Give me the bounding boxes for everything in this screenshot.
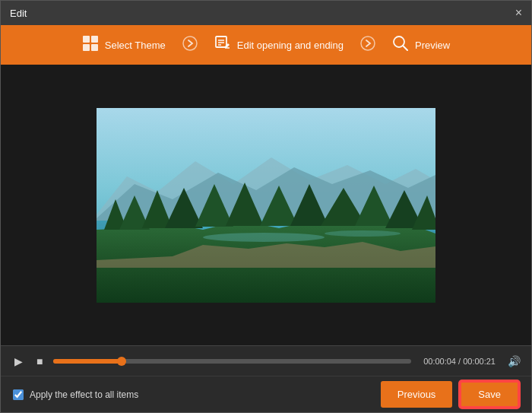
step-label-preview: Preview xyxy=(415,40,450,51)
step-label-edit: Edit opening and ending xyxy=(237,40,344,51)
time-separator: / xyxy=(456,357,463,366)
svg-line-12 xyxy=(403,46,407,50)
previous-button[interactable]: Previous xyxy=(381,381,453,408)
step-bar: Select Theme Edit opening and ending xyxy=(1,25,531,65)
close-button[interactable]: × xyxy=(515,7,522,19)
edit-window: Edit × Select Theme xyxy=(0,0,532,413)
stop-button[interactable]: ■ xyxy=(33,354,46,369)
svg-rect-5 xyxy=(216,37,226,47)
step-edit-opening[interactable]: Edit opening and ending xyxy=(201,35,357,56)
window-title: Edit xyxy=(10,8,27,19)
preview-icon xyxy=(392,35,409,56)
progress-bar[interactable] xyxy=(53,359,411,364)
progress-thumb xyxy=(117,357,126,366)
checkbox-text: Apply the effect to all items xyxy=(30,389,138,400)
step-preview[interactable]: Preview xyxy=(378,35,464,56)
svg-point-4 xyxy=(183,37,197,50)
time-total: 00:00:21 xyxy=(463,357,496,366)
svg-point-10 xyxy=(361,37,375,50)
apply-checkbox-label[interactable]: Apply the effect to all items xyxy=(13,389,138,400)
theme-icon xyxy=(82,35,99,56)
arrow-icon-1 xyxy=(182,36,198,55)
play-button[interactable]: ▶ xyxy=(11,354,26,369)
svg-rect-0 xyxy=(83,36,90,43)
step-select-theme[interactable]: Select Theme xyxy=(68,35,179,56)
controls-bar: ▶ ■ 00:00:04 / 00:00:21 🔊 xyxy=(1,345,531,376)
video-area xyxy=(1,65,531,345)
svg-point-32 xyxy=(203,233,325,242)
volume-icon[interactable]: 🔊 xyxy=(508,355,521,367)
time-display: 00:00:04 / 00:00:21 xyxy=(423,357,496,366)
title-bar: Edit × xyxy=(1,1,531,25)
edit-icon xyxy=(214,35,231,56)
arrow-icon-2 xyxy=(360,36,375,55)
bottom-bar: Apply the effect to all items Previous S… xyxy=(1,376,531,412)
video-preview xyxy=(97,108,435,303)
svg-point-33 xyxy=(325,230,401,237)
svg-rect-2 xyxy=(83,44,90,51)
time-current: 00:00:04 xyxy=(423,357,456,366)
progress-fill xyxy=(53,359,121,364)
step-label-theme: Select Theme xyxy=(105,40,166,51)
bottom-buttons: Previous Save xyxy=(381,381,519,408)
save-button[interactable]: Save xyxy=(460,381,519,408)
svg-rect-3 xyxy=(91,44,98,51)
apply-checkbox[interactable] xyxy=(13,389,24,400)
svg-rect-1 xyxy=(91,36,98,43)
